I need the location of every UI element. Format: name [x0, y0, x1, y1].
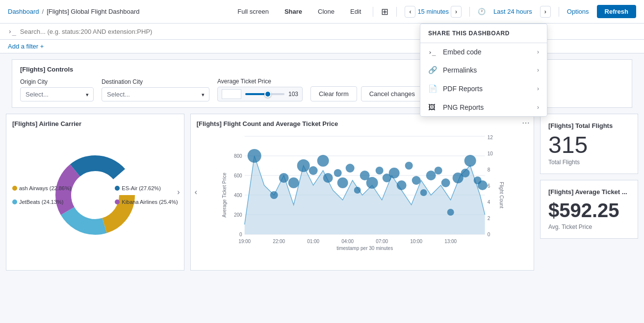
pdf-reports-item[interactable]: 📄 PDF Reports ›	[420, 79, 547, 98]
chart-actions: ⋯	[522, 118, 530, 127]
scatter-8	[323, 173, 333, 183]
time-prev-button[interactable]: ‹	[405, 6, 415, 18]
scatter-30	[477, 180, 487, 190]
y-left-label: Average Ticket Price	[221, 173, 227, 218]
origin-city-label: Origin City	[20, 78, 94, 85]
pdf-reports-icon: 📄	[428, 84, 438, 93]
svg-text:200: 200	[234, 212, 242, 218]
scatter-11	[345, 164, 354, 173]
legend-label-esair: ES-Air (27.62%)	[122, 185, 160, 191]
flight-chart-arrow-left[interactable]: ‹	[195, 188, 197, 197]
flight-count-panel: [Flights] Flight Count and Average Ticke…	[190, 114, 534, 271]
avg-ticket-label: Avg. Ticket Price	[548, 224, 630, 230]
price-label: Average Ticket Price	[217, 78, 303, 85]
origin-city-select-wrapper: Select...	[20, 87, 94, 101]
legend-label-jetbeats: JetBeats (24.13%)	[19, 199, 64, 205]
svg-text:2: 2	[487, 216, 490, 221]
permalinks-label: Permalinks	[443, 66, 477, 74]
donut-legend-left: ash Airways (22.86%) JetBeats (24.13%)	[12, 185, 71, 205]
price-slider-track[interactable]	[245, 93, 284, 95]
nav-divider	[373, 7, 373, 17]
png-reports-label: PNG Reports	[443, 103, 484, 111]
share-button[interactable]: Share	[281, 6, 306, 17]
time-range-expand[interactable]: ›	[540, 6, 551, 18]
clock-icon: 🕐	[478, 8, 486, 15]
price-slider-value: 103	[288, 91, 298, 98]
legend-item-esair: ES-Air (27.62%)	[115, 185, 178, 191]
svg-text:10:00: 10:00	[410, 239, 422, 244]
time-next-button[interactable]: ›	[451, 6, 462, 18]
scatter-7	[317, 155, 329, 167]
svg-text:07:00: 07:00	[376, 239, 388, 244]
legend-item-ash: ash Airways (22.86%)	[12, 185, 71, 191]
search-bar: ›_	[0, 24, 644, 40]
options-button[interactable]: Options	[567, 8, 589, 15]
legend-item-jetbeats: JetBeats (24.13%)	[12, 199, 71, 205]
svg-text:01:00: 01:00	[307, 239, 319, 244]
nav-divider4	[559, 7, 559, 17]
png-reports-icon: 🖼	[428, 103, 438, 111]
price-slider-group: Average Ticket Price 103	[217, 78, 303, 101]
pdf-reports-left: 📄 PDF Reports	[428, 84, 483, 93]
svg-text:0: 0	[239, 232, 242, 237]
refresh-button[interactable]: Refresh	[597, 5, 636, 18]
nav-divider2	[396, 7, 397, 17]
flight-count-title: [Flights] Flight Count and Average Ticke…	[197, 120, 528, 127]
edit-button[interactable]: Edit	[346, 6, 365, 17]
permalinks-left: 🔗 Permalinks	[428, 66, 477, 75]
search-prompt-icon: ›_	[8, 27, 16, 35]
nav-divider3	[469, 7, 470, 17]
fullscreen-button[interactable]: Full screen	[233, 6, 273, 17]
time-nav: ‹ 15 minutes ›	[405, 6, 462, 18]
price-input-min[interactable]	[222, 89, 241, 99]
svg-text:400: 400	[234, 193, 242, 198]
svg-text:04:00: 04:00	[341, 239, 354, 244]
breadcrumb-home[interactable]: Dashboard	[8, 8, 39, 15]
origin-city-group: Origin City Select...	[20, 78, 94, 101]
add-filter-link[interactable]: Add a filter +	[8, 43, 44, 50]
breadcrumb-separator: /	[42, 8, 44, 15]
total-flights-label: Total Flights	[548, 159, 630, 166]
total-flights-value: 315	[548, 133, 630, 157]
scatter-22	[426, 171, 436, 180]
svg-text:6: 6	[487, 183, 490, 189]
scatter-17	[388, 168, 399, 178]
donut-legend-right: ES-Air (27.62%) Kibana Airlines (25.4%)	[115, 185, 178, 205]
embed-code-chevron: ›	[537, 49, 539, 55]
legend-dot-kibana	[115, 199, 120, 204]
permalinks-icon: 🔗	[428, 66, 438, 75]
permalinks-item[interactable]: 🔗 Permalinks ›	[420, 61, 547, 79]
svg-text:4: 4	[487, 199, 490, 205]
breadcrumb: Dashboard / [Flights] Global Flight Dash…	[8, 8, 140, 15]
legend-dot-ash	[12, 186, 17, 191]
chart-options-button[interactable]: ⋯	[522, 118, 530, 127]
scatter-12	[354, 187, 361, 194]
origin-city-select[interactable]: Select...	[20, 87, 94, 101]
airline-carrier-panel: [Flights] Airline Carrier › ash Airways …	[6, 114, 184, 271]
embed-code-left: ›_ Embed code	[428, 48, 482, 56]
png-reports-item[interactable]: 🖼 PNG Reports ›	[420, 98, 547, 116]
total-flights-panel: [Flights] Total Flights 315 Total Flight…	[540, 114, 638, 174]
clear-form-button[interactable]: Clear form	[310, 86, 357, 101]
chart-area: 0 200 400 600 800 0 2 4 6 8 10 12	[234, 135, 493, 251]
filter-row: Add a filter +	[0, 40, 644, 53]
interval-label: 15 minutes	[417, 8, 449, 15]
destination-city-select[interactable]: Select...	[102, 87, 209, 101]
cancel-changes-button[interactable]: Cancel changes	[361, 86, 423, 101]
stats-column: [Flights] Total Flights 315 Total Flight…	[540, 114, 638, 271]
embed-code-item[interactable]: ›_ Embed code ›	[420, 43, 547, 61]
destination-city-select-wrapper: Select...	[102, 87, 209, 101]
svg-text:0: 0	[487, 232, 490, 237]
nav-right: Full screen Share Clone Edit ⊞ ‹ 15 minu…	[233, 5, 636, 18]
destination-city-label: Destination City	[102, 78, 209, 85]
legend-item-kibana: Kibana Airlines (25.4%)	[115, 199, 178, 205]
price-slider-thumb[interactable]	[264, 91, 271, 98]
clone-button[interactable]: Clone	[314, 6, 338, 17]
legend-label-kibana: Kibana Airlines (25.4%)	[122, 199, 178, 205]
pdf-reports-chevron: ›	[537, 85, 539, 92]
scatter-4	[288, 177, 299, 188]
scatter-6	[309, 166, 317, 175]
flight-count-svg: Average Ticket Price Flight Count 0 200 …	[197, 131, 528, 259]
breadcrumb-current: [Flights] Global Flight Dashboard	[47, 8, 139, 15]
legend-label-ash: ash Airways (22.86%)	[19, 185, 71, 191]
